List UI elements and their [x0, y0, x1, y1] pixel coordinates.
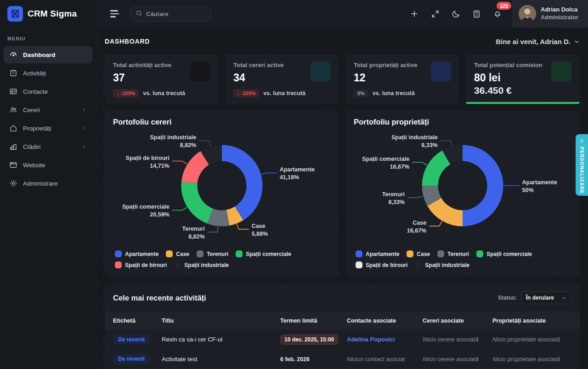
house-icon — [431, 62, 451, 82]
stat-suffix: vs. luna trecută — [263, 90, 305, 97]
legend-label: Spații industriale — [425, 262, 469, 268]
contact-link[interactable]: Adelina Popovici — [347, 336, 395, 343]
donut-slice[interactable] — [228, 213, 239, 217]
search-input[interactable] — [146, 11, 205, 17]
cereri-cell: Nicio cerere asociată — [423, 336, 492, 343]
dashboard-gauge-icon — [9, 51, 17, 59]
sidebar-item-proprietati[interactable]: Proprietăți — [4, 119, 92, 137]
sidebar-item-website[interactable]: Website — [4, 156, 92, 174]
donut-slice[interactable] — [447, 153, 463, 158]
sidebar-item-label: Cereri — [23, 107, 40, 114]
chart-title: Portofoliu proprietăți — [354, 118, 571, 126]
people-icon — [9, 106, 17, 114]
donut-slice[interactable] — [210, 216, 228, 218]
legend-item[interactable]: Apartamente — [356, 250, 399, 257]
slice-label: Case16,67% — [407, 220, 426, 234]
stat-label: Total activități active — [113, 62, 171, 68]
bell-icon — [493, 9, 502, 18]
donut-slice[interactable] — [463, 153, 495, 218]
recent-activities-card: Cele mai recente activități Status: În d… — [105, 284, 580, 369]
sidebar-item-label: Contacte — [23, 88, 48, 95]
status-filter-select[interactable]: În derulare — [521, 291, 571, 304]
fullscreen-button[interactable] — [427, 6, 443, 22]
legend-item[interactable]: Case — [166, 250, 189, 257]
legend-label: Spații industriale — [184, 262, 229, 268]
trend-badge: ↓ -100% — [113, 89, 139, 97]
legend-item[interactable]: Spații comerciale — [476, 250, 532, 257]
column-header: Contacte asociate — [347, 318, 423, 324]
legend-item[interactable]: Apartamente — [115, 250, 158, 257]
table-row[interactable]: De revenit Activitate test 6 feb. 2026 N… — [105, 349, 580, 369]
legend-label: Apartamente — [125, 251, 158, 257]
legend-label: Case — [176, 251, 189, 257]
slice-leader-line — [412, 162, 427, 165]
page-title: DASHBOARD — [105, 38, 150, 45]
dashboard-content: DASHBOARD Bine ai venit, Adrian D. Total… — [96, 28, 588, 369]
donut-slice[interactable] — [430, 186, 435, 202]
donut-slice[interactable] — [430, 158, 447, 186]
table-row[interactable]: De revenit Revin ca sa-i cer CF-ul 10 de… — [105, 330, 580, 350]
avatar — [519, 5, 536, 23]
legend-item[interactable]: Spații de birouri — [115, 261, 167, 268]
expand-icon — [431, 10, 440, 18]
donut-slice[interactable] — [189, 158, 204, 183]
slice-label: Apartamente50% — [522, 179, 557, 193]
user-role: Administrator — [541, 14, 578, 21]
stat-value: 37 — [113, 72, 171, 84]
topbar: 125 Adrian Dolca Administrator — [96, 0, 588, 28]
search-box[interactable] — [130, 6, 211, 22]
personalizare-tab[interactable]: PERSONALIZARE — [576, 134, 588, 196]
legend-item[interactable]: Spații de birouri — [356, 261, 407, 268]
sidebar-item-cladiri[interactable]: Clădiri — [4, 138, 92, 155]
slice-leader-line — [429, 221, 442, 226]
people-icon — [311, 62, 331, 82]
legend-item[interactable]: Spații industriale — [415, 261, 469, 268]
donut-slice[interactable] — [435, 202, 463, 218]
sidebar-item-contacte[interactable]: Contacte — [4, 83, 92, 100]
legend-swatch — [115, 261, 122, 268]
sidebar-item-dashboard[interactable]: Dashboard — [4, 46, 92, 63]
trend-badge: ↓ -100% — [233, 89, 259, 97]
calculator-button[interactable] — [469, 6, 485, 22]
sidebar-item-activitati[interactable]: Activități — [4, 64, 92, 82]
legend-item[interactable]: Spații industriale — [174, 261, 229, 268]
contact-cell: Niciun contact asociat — [347, 356, 423, 363]
stat-value: 12 — [354, 72, 417, 84]
donut-slice[interactable] — [222, 153, 254, 213]
activity-title-cell: Revin ca sa-i cer CF-ul — [162, 336, 280, 343]
legend-item[interactable]: Spații comerciale — [236, 250, 291, 257]
welcome-dropdown[interactable]: Bine ai venit, Adrian D. — [496, 38, 580, 45]
donut-slice[interactable] — [205, 153, 222, 158]
donut-slice[interactable] — [189, 182, 210, 216]
stat-value-lei: 80 lei — [474, 72, 543, 84]
slice-leader-line — [407, 196, 423, 198]
legend-label: Terenuri — [207, 251, 228, 257]
chevron-right-icon — [81, 107, 87, 113]
quick-add-button[interactable] — [406, 6, 423, 22]
label-badge: De revenit — [113, 354, 150, 364]
arrow-down-icon: ↓ — [237, 91, 240, 96]
slice-label: Spații de birouri14,71% — [126, 155, 170, 169]
sidebar-item-cereri[interactable]: Cereri — [4, 101, 92, 119]
column-header: Titlu — [162, 318, 280, 324]
legend-label: Apartamente — [366, 251, 399, 257]
legend-item[interactable]: Terenuri — [437, 250, 469, 257]
dark-mode-button[interactable] — [448, 6, 464, 22]
legend-swatch — [437, 250, 444, 257]
green-accent-bar — [466, 102, 580, 104]
slice-leader-line — [208, 227, 218, 232]
legend-label: Terenuri — [447, 251, 469, 257]
user-menu[interactable]: Adrian Dolca Administrator — [512, 0, 588, 28]
browser-icon — [9, 161, 17, 169]
slice-label: Spații industriale8,33% — [391, 134, 438, 148]
plus-icon — [410, 9, 419, 18]
calculator-icon — [472, 10, 481, 18]
arrow-down-icon: ↓ — [117, 91, 119, 96]
legend-item[interactable]: Case — [407, 250, 430, 257]
sidebar-item-label: Website — [23, 162, 45, 169]
personalizare-label: PERSONALIZARE — [579, 147, 585, 194]
logo[interactable]: CRM Sigma — [0, 0, 96, 28]
sidebar-toggle-button[interactable] — [107, 6, 123, 21]
sidebar-item-administrare[interactable]: Administrare — [4, 175, 92, 192]
legend-item[interactable]: Terenuri — [197, 250, 228, 257]
